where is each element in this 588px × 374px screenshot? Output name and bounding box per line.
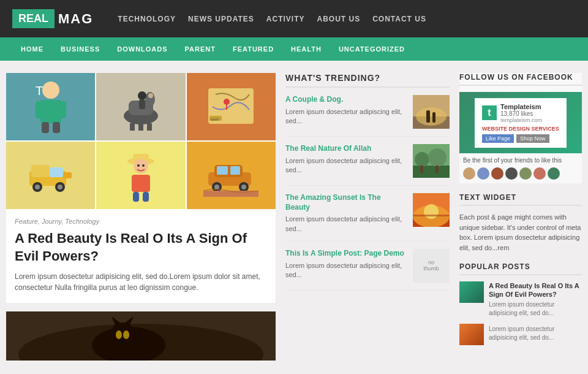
trending-thumb-4: nothumb (413, 249, 450, 283)
fb-t-icon: t (482, 105, 497, 120)
popular-item-1: A Red Beauty Is Real O Its A Sign Of Evi… (459, 281, 582, 318)
svg-point-14 (138, 91, 146, 100)
popular-item-2: Lorem ipsum dosectetur adipisicing elit,… (459, 324, 582, 345)
nav-activity[interactable]: ACTIVITY (266, 15, 305, 23)
svg-point-0 (42, 82, 59, 99)
popular-info-1: A Red Beauty Is Real O Its A Sign Of Evi… (489, 281, 582, 318)
fb-brand-info: Templateism 13,870 likes templateism.com (500, 103, 542, 123)
avatar-4 (505, 167, 518, 180)
fb-actions: Like Page Shop Now (482, 134, 559, 143)
fb-brand-likes: 13,870 likes (500, 110, 542, 117)
no-thumb-placeholder: nothumb (413, 249, 450, 283)
left-column: T (6, 73, 276, 361)
svg-rect-39 (230, 166, 240, 175)
svg-point-55 (416, 107, 447, 126)
fb-shop-button[interactable]: Shop Now (516, 134, 549, 143)
fb-brand-site: templateism.com (500, 117, 542, 123)
svg-point-24 (35, 185, 40, 189)
avatar-3 (491, 167, 503, 180)
svg-rect-11 (138, 123, 143, 131)
popular-thumb-2 (459, 324, 484, 345)
popular-posts-widget: POPULAR POSTS A Red Beauty Is Real O Its… (459, 262, 582, 345)
secondary-navigation: HOME BUSINESS DOWNLOADS PARENT FEATURED … (0, 37, 588, 61)
svg-point-52 (123, 330, 129, 339)
svg-rect-22 (50, 167, 63, 177)
nav-technology[interactable]: TECHNOLOGY (118, 15, 176, 23)
fb-box: t Templateism 13,870 likes templateism.c… (459, 92, 582, 153)
svg-rect-56 (426, 110, 430, 123)
avatar-6 (533, 167, 546, 180)
fb-logo: t Templateism 13,870 likes templateism.c… (482, 103, 559, 123)
avatar-5 (519, 167, 532, 180)
svg-point-41 (214, 185, 219, 189)
trending-thumb-3 (413, 193, 450, 227)
trending-title-2[interactable]: The Real Nature Of Allah (285, 144, 407, 154)
sec-nav-featured[interactable]: FEATURED (224, 37, 282, 61)
trending-thumb-1 (413, 95, 450, 129)
trending-desc-1: Lorem ipsum dosectetur adipiscing elit, … (285, 107, 407, 126)
trending-item-3: The Amazing Sunset Is The Beauty Lorem i… (285, 193, 450, 242)
trending-title-4[interactable]: This Is A Simple Post: Page Demo (285, 249, 407, 259)
popular-post-desc-2: Lorem ipsum dosectetur adipisicing elit,… (489, 325, 582, 342)
bottom-image (6, 311, 276, 361)
nav-news-updates[interactable]: NEWS UPDATES (188, 15, 254, 23)
grid-image-4 (6, 142, 95, 209)
trending-header: WHAT'S TRENDING? (285, 73, 450, 88)
logo-real: REAL (12, 9, 55, 28)
svg-text:MAP: MAP (211, 118, 219, 121)
article-title: A Red Beauty Is Real O Its A Sign Of Evi… (15, 230, 267, 265)
sec-nav-downloads[interactable]: DOWNLOADS (108, 37, 176, 61)
svg-rect-61 (420, 166, 423, 173)
fb-like-button[interactable]: Like Page (482, 134, 514, 143)
trending-desc-4: Lorem ipsum dosectetur adipiscing elit, … (285, 261, 407, 280)
article-tags: Feature, Journy, Technology (15, 218, 267, 225)
trending-title-3[interactable]: The Amazing Sunset Is The Beauty (285, 193, 407, 212)
svg-rect-2 (36, 101, 43, 118)
trending-text-3: The Amazing Sunset Is The Beauty Lorem i… (285, 193, 407, 234)
text-widget-body: Each post & page might comes with unique… (459, 212, 582, 253)
trending-item-2: The Real Nature Of Allah Lorem ipsum dos… (285, 144, 450, 186)
logo[interactable]: REAL MAG (12, 9, 93, 28)
text-widget-title: TEXT WIDGET (459, 193, 582, 206)
sec-nav-health[interactable]: HEALTH (282, 37, 330, 61)
trending-desc-3: Lorem ipsum dosectetur adipiscing elit, … (285, 215, 407, 234)
sec-nav-home[interactable]: HOME (12, 37, 52, 61)
popular-post-desc-1: Lorem ipsum dosectetur adipisicing elit,… (489, 300, 582, 318)
svg-rect-4 (42, 122, 49, 133)
svg-rect-57 (432, 112, 435, 123)
nav-about-us[interactable]: ABOUT US (317, 15, 360, 23)
avatar-2 (477, 167, 489, 180)
svg-point-31 (137, 164, 140, 167)
sec-nav-uncategorized[interactable]: UNCATEGORIZED (330, 37, 413, 61)
svg-point-26 (58, 185, 62, 189)
svg-rect-38 (217, 166, 228, 175)
sec-nav-business[interactable]: BUSINESS (52, 37, 108, 61)
svg-rect-33 (132, 175, 150, 192)
sec-nav-parent[interactable]: PARENT (176, 37, 224, 61)
fb-service-label: WEBSITE DESIGN SERVICES (482, 126, 559, 132)
article-card: Feature, Journy, Technology A Red Beauty… (6, 209, 276, 303)
trending-item-1: A Couple & Dog. Lorem ipsum dosectetur a… (285, 95, 450, 137)
trending-item-4: This Is A Simple Post: Page Demo Lorem i… (285, 249, 450, 291)
svg-rect-3 (59, 101, 66, 118)
svg-rect-21 (31, 165, 50, 177)
nav-contact-us[interactable]: CONTACT US (372, 15, 426, 23)
svg-point-43 (241, 185, 246, 189)
svg-rect-27 (63, 172, 72, 178)
svg-point-32 (142, 164, 145, 167)
fb-box-inner: t Templateism 13,870 likes templateism.c… (475, 98, 567, 148)
grid-image-5 (96, 142, 185, 209)
svg-rect-10 (130, 123, 135, 131)
popular-thumb-1 (459, 281, 484, 303)
main-wrapper: T (0, 73, 588, 361)
middle-column: WHAT'S TRENDING? A Couple & Dog. Lorem i… (285, 73, 450, 361)
svg-rect-34 (133, 192, 139, 202)
svg-rect-1 (40, 100, 61, 123)
fb-brand-name: Templateism (500, 103, 542, 110)
trending-thumb-2 (413, 144, 450, 178)
grid-image-2 (96, 73, 185, 140)
popular-posts-title: POPULAR POSTS (459, 262, 582, 275)
svg-rect-35 (143, 192, 149, 202)
svg-rect-68 (413, 215, 450, 216)
trending-title-1[interactable]: A Couple & Dog. (285, 95, 407, 105)
